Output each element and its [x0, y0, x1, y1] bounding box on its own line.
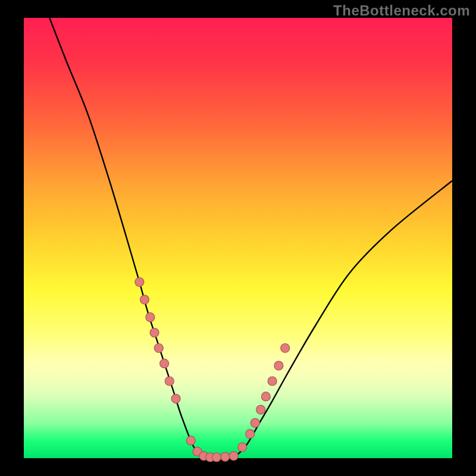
data-marker: [165, 377, 174, 386]
data-marker: [150, 328, 159, 337]
data-marker: [146, 313, 155, 322]
data-marker: [154, 344, 163, 353]
data-marker: [140, 295, 149, 304]
data-marker: [274, 361, 283, 370]
data-marker: [238, 443, 247, 452]
data-marker: [256, 405, 265, 414]
data-marker: [246, 430, 255, 439]
left-branch-curve: [49, 18, 208, 458]
curve-layer: [24, 18, 452, 458]
data-marker: [135, 278, 144, 287]
chart-frame: TheBottleneck.com: [0, 0, 476, 476]
data-marker: [221, 452, 230, 461]
data-marker: [250, 418, 259, 427]
data-marker: [261, 392, 270, 401]
plot-area: [24, 18, 452, 458]
data-marker: [171, 394, 180, 403]
data-marker: [212, 453, 221, 462]
data-marker: [186, 436, 195, 445]
data-marker: [281, 344, 290, 353]
data-marker: [268, 377, 277, 386]
marker-group: [135, 278, 290, 462]
right-branch-curve: [234, 181, 452, 458]
watermark-text: TheBottleneck.com: [333, 2, 470, 19]
data-marker: [160, 359, 169, 368]
data-marker: [229, 452, 238, 461]
